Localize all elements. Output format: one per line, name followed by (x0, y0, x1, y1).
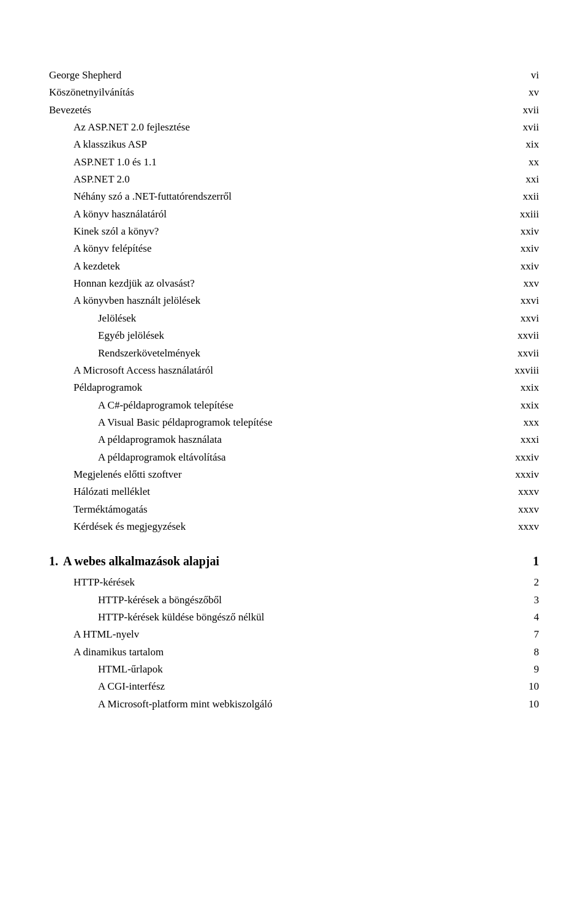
toc-page: xxxiv (502, 467, 539, 483)
toc-page: xxiv (502, 224, 539, 239)
toc-page: xxxv (502, 519, 539, 535)
toc-label: HTTP-kérések a böngészőből (98, 592, 502, 608)
toc-label: Példaprogramok (74, 380, 502, 396)
toc-entry: Rendszerkövetelményekxxvii (49, 345, 539, 361)
toc-entry: ASP.NET 1.0 és 1.1xx (49, 154, 539, 170)
toc-entry: A HTML-nyelv7 (49, 627, 539, 642)
toc-entry: HTML-űrlapok9 (49, 661, 539, 677)
toc-page: xxiii (502, 206, 539, 222)
toc-entry: Megjelenés előtti szoftverxxxiv (49, 467, 539, 483)
toc-label: A kezdetek (74, 258, 502, 274)
toc-label: A C#-példaprogramok telepítése (98, 397, 502, 413)
toc-page: xxxv (502, 484, 539, 500)
toc-page: 10 (502, 696, 539, 712)
chapter-section: 1.A webes alkalmazások alapjai1HTTP-kéré… (49, 552, 539, 712)
toc-label: ASP.NET 2.0 (74, 171, 502, 187)
toc-entry: Köszönetnyilvánításxv (49, 85, 539, 100)
toc-entry: George Shepherdvi (49, 67, 539, 83)
toc-label: Honnan kezdjük az olvasást? (74, 276, 502, 292)
toc-page: 10 (502, 679, 539, 695)
toc-page: 2 (502, 574, 539, 590)
toc-entry: Hálózati mellékletxxxv (49, 484, 539, 500)
toc-entry: A C#-példaprogramok telepítésexxix (49, 397, 539, 413)
toc-label: A Microsoft-platform mint webkiszolgáló (98, 696, 502, 712)
chapters-container: 1.A webes alkalmazások alapjai1HTTP-kéré… (49, 552, 539, 712)
toc-label: Rendszerkövetelmények (98, 345, 502, 361)
toc-label: A HTML-nyelv (74, 627, 502, 642)
toc-label: Bevezetés (49, 102, 502, 118)
toc-page: 8 (502, 644, 539, 660)
toc-page: xxi (502, 171, 539, 187)
toc-label: HTTP-kérések küldése böngésző nélkül (98, 609, 502, 625)
toc-page: vi (502, 67, 539, 83)
toc-page: xxv (502, 276, 539, 292)
toc-page: xxix (502, 380, 539, 396)
toc-entry: A Microsoft-platform mint webkiszolgáló1… (49, 696, 539, 712)
toc-page: xxxv (502, 502, 539, 518)
toc-label: A klasszikus ASP (74, 137, 502, 152)
toc-page: xxiv (502, 258, 539, 274)
toc-label: A példaprogramok használata (98, 432, 502, 448)
toc-page: xxvi (502, 311, 539, 326)
chapter-number: 1. (49, 554, 58, 568)
toc-label: A könyv használatáról (74, 206, 502, 222)
toc-page: xx (502, 154, 539, 170)
toc-label: Jelölések (98, 311, 502, 326)
toc-entry: A CGI-interfész10 (49, 679, 539, 695)
toc-label: Egyéb jelölések (98, 328, 502, 344)
toc-page: xxxi (502, 432, 539, 448)
toc-page: 3 (502, 592, 539, 608)
chapter-page: 1 (502, 552, 539, 571)
toc-entry: A kezdetekxxiv (49, 258, 539, 274)
toc-entry: Bevezetésxvii (49, 102, 539, 118)
toc-page: xv (502, 85, 539, 100)
toc-entry: A Microsoft Access használatárólxxviii (49, 363, 539, 378)
toc-page: xvii (502, 102, 539, 118)
toc-label: Az ASP.NET 2.0 fejlesztése (74, 119, 502, 135)
toc-entry: A könyv felépítésexxiv (49, 241, 539, 257)
toc-entry: Néhány szó a .NET-futtatórendszerrőlxxii (49, 189, 539, 205)
toc-page: xxx (502, 415, 539, 431)
toc-label: George Shepherd (49, 67, 502, 83)
toc-page: 4 (502, 609, 539, 625)
toc-container: George ShepherdviKöszönetnyilvánításxvBe… (49, 67, 539, 535)
toc-label: Kérdések és megjegyzések (74, 519, 502, 535)
chapter-title: 1.A webes alkalmazások alapjai (49, 552, 502, 571)
toc-label: Terméktámogatás (74, 502, 502, 518)
toc-label: HTML-űrlapok (98, 661, 502, 677)
toc-label: A Microsoft Access használatáról (74, 363, 502, 378)
toc-label: Néhány szó a .NET-futtatórendszerről (74, 189, 502, 205)
toc-label: Hálózati melléklet (74, 484, 502, 500)
toc-label: Köszönetnyilvánítás (49, 85, 502, 100)
toc-entry: Egyéb jelölésekxxvii (49, 328, 539, 344)
toc-entry: HTTP-kérések küldése böngésző nélkül4 (49, 609, 539, 625)
toc-entry: HTTP-kérések2 (49, 574, 539, 590)
toc-page: 9 (502, 661, 539, 677)
chapter-heading: 1.A webes alkalmazások alapjai1 (49, 552, 539, 571)
toc-page: xxviii (502, 363, 539, 378)
toc-label: HTTP-kérések (74, 574, 502, 590)
toc-label: A könyv felépítése (74, 241, 502, 257)
toc-page: xxvii (502, 345, 539, 361)
toc-page: xxiv (502, 241, 539, 257)
toc-entry: Kinek szól a könyv?xxiv (49, 224, 539, 239)
toc-label: Megjelenés előtti szoftver (74, 467, 502, 483)
toc-entry: A klasszikus ASPxix (49, 137, 539, 152)
toc-entry: Jelölésekxxvi (49, 311, 539, 326)
toc-label: ASP.NET 1.0 és 1.1 (74, 154, 502, 170)
toc-label: A CGI-interfész (98, 679, 502, 695)
toc-entry: Honnan kezdjük az olvasást?xxv (49, 276, 539, 292)
toc-entry: Kérdések és megjegyzésekxxxv (49, 519, 539, 535)
toc-page: xxvi (502, 293, 539, 309)
toc-page: xxii (502, 189, 539, 205)
toc-entry: ASP.NET 2.0xxi (49, 171, 539, 187)
toc-entry: A könyvben használt jelölésekxxvi (49, 293, 539, 309)
toc-page: xxix (502, 397, 539, 413)
toc-label: Kinek szól a könyv? (74, 224, 502, 239)
toc-label: A könyvben használt jelölések (74, 293, 502, 309)
toc-entry: A Visual Basic példaprogramok telepítése… (49, 415, 539, 431)
toc-entry: A könyv használatárólxxiii (49, 206, 539, 222)
toc-label: A példaprogramok eltávolítása (98, 450, 502, 465)
toc-label: A dinamikus tartalom (74, 644, 502, 660)
toc-entry: A dinamikus tartalom8 (49, 644, 539, 660)
